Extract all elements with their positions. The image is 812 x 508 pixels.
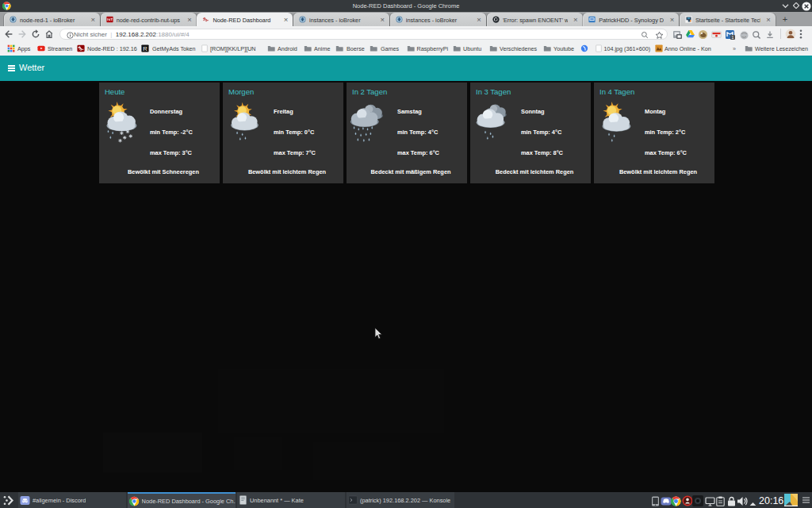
svg-text:R: R <box>143 45 147 52</box>
svg-text:1: 1 <box>732 35 734 40</box>
